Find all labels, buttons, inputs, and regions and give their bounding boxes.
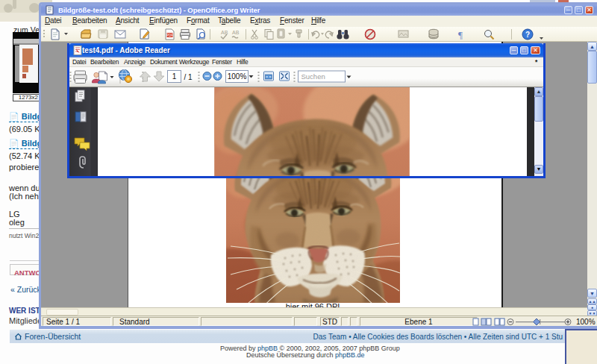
svg-text:PDF: PDF — [166, 34, 173, 37]
svg-text:1: 1 — [172, 72, 177, 81]
svg-text:100%: 100% — [576, 318, 596, 326]
svg-text:AB: AB — [221, 30, 228, 35]
svg-text:100%: 100% — [228, 72, 247, 81]
svg-text:¶: ¶ — [458, 29, 463, 40]
svg-text:?: ? — [525, 31, 530, 39]
svg-text:/ 1: / 1 — [184, 73, 193, 81]
svg-text:Suchen: Suchen — [301, 72, 325, 81]
svg-text:AB: AB — [232, 30, 240, 35]
